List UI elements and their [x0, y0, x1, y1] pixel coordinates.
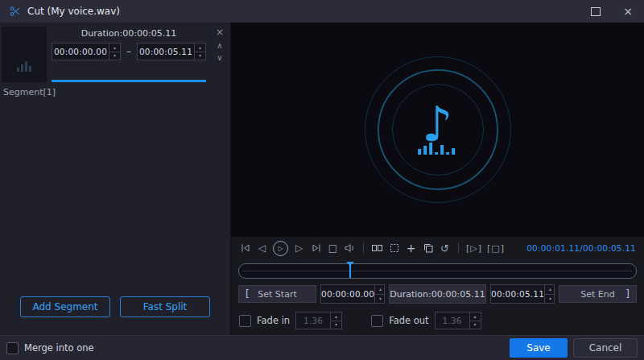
fade-out-label: Fade out — [389, 315, 428, 326]
window-title: Cut (My voice.wav) — [27, 6, 120, 17]
skip-start-button[interactable] — [239, 242, 251, 254]
timeline-slider[interactable] — [238, 263, 637, 279]
spin-down-icon[interactable]: ▾ — [545, 295, 555, 304]
spin-up-icon[interactable]: ▴ — [375, 285, 386, 295]
segment-move-up-icon[interactable]: ∧ — [217, 41, 222, 50]
spin-up-icon[interactable]: ▴ — [331, 312, 341, 321]
scissors-icon — [10, 6, 21, 17]
segment-start-spinbox[interactable]: 00:00:00.00 ▴ ▾ — [52, 43, 121, 60]
segment-list-empty-area — [0, 101, 230, 296]
spinner-arrows: ▴ ▾ — [330, 312, 341, 329]
close-button[interactable]: × — [621, 5, 634, 18]
merge-into-one-label: Merge into one — [24, 342, 94, 354]
timeline-playhead-line — [349, 265, 351, 278]
add-segment-button[interactable]: Add Segment — [20, 296, 110, 317]
segment-thumbnail[interactable] — [2, 27, 47, 82]
fade-out-value[interactable]: 1.36 — [436, 312, 469, 329]
fade-in-spinbox[interactable]: 1.36 ▴ ▾ — [295, 312, 342, 329]
thumb-eq-icon — [25, 61, 27, 72]
range-separator: – — [126, 46, 131, 57]
timeline-track-line — [242, 271, 633, 271]
playback-time-display: 00:00:01.11/00:00:05.11 — [526, 243, 636, 253]
toolbar-divider — [363, 242, 364, 254]
fast-split-button[interactable]: Fast Split — [120, 296, 210, 317]
spin-down-icon[interactable]: ▾ — [331, 321, 341, 329]
trim-start-spinbox[interactable]: 00:00:00.00 ▴ ▾ — [320, 284, 385, 304]
fade-out-checkbox[interactable] — [371, 315, 383, 327]
step-back-button[interactable]: ◁ — [256, 242, 268, 254]
play-button[interactable]: ▷ — [273, 241, 288, 256]
spinner-arrows: ▴ ▾ — [544, 285, 555, 303]
save-button[interactable]: Save — [510, 338, 568, 358]
dialog-footer: Merge into one Save Cancel — [0, 335, 644, 360]
thumb-eq-icon — [21, 64, 23, 72]
fade-in-label: Fade in — [257, 315, 290, 326]
copy-button[interactable] — [422, 242, 434, 254]
toolbar-divider — [458, 242, 459, 254]
thumb-eq-icon — [17, 68, 19, 72]
maximize-icon — [591, 7, 601, 16]
equalizer-icon — [418, 143, 455, 155]
spin-up-icon[interactable]: ▴ — [545, 285, 555, 295]
set-start-button[interactable]: [ Set Start — [238, 285, 316, 303]
trim-end-value[interactable]: 00:00:05.11 — [491, 285, 544, 303]
set-end-label: Set End — [580, 289, 614, 300]
spin-down-icon[interactable]: ▾ — [470, 321, 481, 329]
spinner-arrows: ▴ ▾ — [109, 43, 120, 60]
thumb-eq-icon — [29, 66, 31, 72]
dialog-body: Duration:00:00:05.11 00:00:00.00 ▴ ▾ – 0… — [0, 23, 644, 335]
spinner-arrows: ▴ ▾ — [469, 312, 481, 329]
split-button[interactable] — [371, 242, 383, 254]
add-button[interactable]: + — [405, 242, 417, 254]
step-forward-button[interactable]: ▷ — [293, 242, 305, 254]
segment-side-controls: × ∧ ∨ — [211, 27, 229, 82]
segment-duration-label: Duration:00:00:05.11 — [52, 27, 206, 43]
segments-panel: Duration:00:00:05.11 00:00:00.00 ▴ ▾ – 0… — [0, 23, 231, 335]
set-end-button[interactable]: Set End ] — [559, 285, 637, 303]
trim-end-spinbox[interactable]: 00:00:05.11 ▴ ▾ — [490, 284, 555, 304]
spin-up-icon[interactable]: ▴ — [470, 312, 481, 321]
play-icon: ▷ — [278, 245, 283, 252]
segment-time-row: 00:00:00.00 ▴ ▾ – 00:00:05.11 ▴ ▾ — [52, 43, 206, 60]
spin-up-icon[interactable]: ▴ — [195, 43, 205, 52]
fade-in-value[interactable]: 1.36 — [296, 312, 330, 329]
spin-down-icon[interactable]: ▾ — [195, 52, 205, 60]
preview-panel: ♪ ◁ ▷ ▷ — [231, 23, 644, 335]
end-bracket-icon: ] — [625, 288, 630, 300]
trim-start-value[interactable]: 00:00:00.00 — [321, 285, 374, 303]
spin-up-icon[interactable]: ▴ — [109, 43, 120, 52]
maximize-button[interactable] — [589, 5, 602, 18]
trim-controls: [ Set Start 00:00:00.00 ▴ ▾ Duration:00:… — [231, 282, 644, 306]
segment-time-editor: Duration:00:00:05.11 00:00:00.00 ▴ ▾ – 0… — [47, 27, 211, 82]
spinner-arrows: ▴ ▾ — [374, 285, 386, 303]
music-note-icon: ♪ — [422, 100, 452, 148]
segment-remove-icon[interactable]: × — [216, 27, 224, 38]
spinner-arrows: ▴ ▾ — [194, 43, 205, 60]
stop-button[interactable]: □ — [327, 242, 339, 254]
cancel-button[interactable]: Cancel — [573, 338, 638, 358]
close-icon: × — [623, 6, 633, 17]
titlebar: Cut (My voice.wav) × — [0, 0, 644, 23]
start-bracket-icon: [ — [246, 288, 250, 300]
segment-label: Segment[1] — [0, 82, 230, 101]
timeline-row — [231, 259, 644, 282]
spin-down-icon[interactable]: ▾ — [109, 52, 120, 60]
segment-end-spinbox[interactable]: 00:00:05.11 ▴ ▾ — [137, 43, 206, 60]
segment-editor: Duration:00:00:05.11 00:00:00.00 ▴ ▾ – 0… — [0, 23, 230, 82]
segment-end-value[interactable]: 00:00:05.11 — [138, 43, 194, 60]
fade-controls: Fade in 1.36 ▴ ▾ Fade out 1.36 ▴ ▾ — [231, 306, 644, 335]
window-controls: × — [589, 5, 634, 18]
segment-actions: Add Segment Fast Split — [0, 296, 230, 335]
fade-in-checkbox[interactable] — [239, 315, 251, 327]
segment-start-value[interactable]: 00:00:00.00 — [52, 43, 109, 60]
play-segment-button[interactable]: [▷] — [466, 243, 482, 254]
skip-end-button[interactable] — [310, 242, 322, 254]
volume-button[interactable] — [344, 242, 356, 254]
reset-button[interactable]: ↺ — [439, 242, 451, 254]
region-select-button[interactable] — [388, 242, 400, 254]
stop-segment-button[interactable]: [□] — [487, 243, 505, 254]
fade-out-spinbox[interactable]: 1.36 ▴ ▾ — [435, 312, 481, 329]
segment-move-down-icon[interactable]: ∨ — [217, 53, 222, 62]
merge-into-one-checkbox[interactable] — [6, 342, 19, 354]
spin-down-icon[interactable]: ▾ — [375, 295, 386, 304]
